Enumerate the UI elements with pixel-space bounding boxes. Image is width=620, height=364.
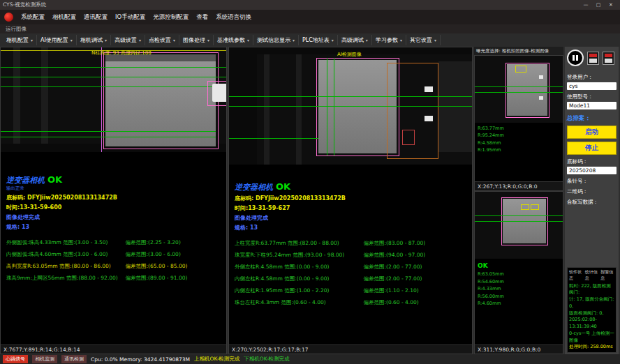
- minimize-button[interactable]: —: [580, 1, 592, 9]
- measure-range: 偏差范围:(2.25 - 3.20): [126, 239, 221, 246]
- login-user-value[interactable]: cys: [567, 82, 617, 90]
- measure-range: 偏差范围:(65.00 - 85.00): [126, 263, 221, 270]
- measure-line: R:4.60mm: [478, 300, 560, 307]
- menu-item-language-switch[interactable]: 系统语言切换: [216, 13, 251, 22]
- measurement-list: 上柱宽度R:63.77mm 范围:(82.00 - 88.00) 偏差范围:(8…: [235, 240, 466, 306]
- camera-snapshot-button-2[interactable]: [603, 52, 614, 65]
- stats-tab-status[interactable]: 软件状态: [569, 269, 583, 282]
- menu-item-light-config[interactable]: 光源控制配置: [153, 13, 189, 22]
- camera-icon: [605, 59, 612, 63]
- chevron-down-icon: ▾: [434, 38, 436, 43]
- chevron-down-icon: ▾: [105, 38, 107, 43]
- camera-view-left[interactable]: N柱高度: 93 高度内径:100: [1, 47, 226, 152]
- stop-button[interactable]: 停止: [567, 142, 617, 155]
- tab-test-info[interactable]: 测试信息显示▾: [253, 35, 299, 45]
- tab-label: 相机调试: [80, 36, 103, 44]
- barcode-label: 底标码：: [567, 158, 617, 165]
- camera-monitor-indicator: 相机监测: [32, 355, 57, 363]
- camera-view-right-bottom[interactable]: [475, 192, 563, 259]
- menu-item-camera-config[interactable]: 相机配置: [52, 13, 76, 22]
- machine-texture: [438, 61, 472, 152]
- menu-item-io-config[interactable]: IO手动配置: [115, 13, 145, 22]
- measure-line: R:95.24mm: [478, 132, 560, 139]
- roi-rectangle-pink-small: [207, 81, 226, 106]
- barcode-value[interactable]: 20250208: [567, 167, 617, 174]
- chevron-down-icon: ▾: [173, 38, 175, 43]
- tab-image-processing[interactable]: 图像处理▾: [179, 35, 214, 45]
- tab-advanced-debug[interactable]: 高级调试▾: [338, 35, 372, 45]
- measure-value: 内侧左柱R:1.95mm 范围:(1.00 - 2.20): [235, 287, 363, 294]
- close-button[interactable]: ✕: [605, 1, 617, 9]
- chevron-down-icon: ▾: [139, 38, 141, 43]
- highlight-spot: [425, 116, 433, 121]
- status-bar: 心跳信号 相机监测 通讯检测 Cpu: 0.0% Memory: 3424.41…: [0, 354, 620, 364]
- menu-item-view[interactable]: 查看: [196, 13, 208, 22]
- stats-line: 0-cys一号 上传检测一图像: [569, 331, 614, 344]
- camera-snapshot-button-1[interactable]: [587, 52, 599, 65]
- exposure-mode-label: 曝光度选择: 相机拍照图像-检测图像: [474, 47, 563, 55]
- measure-line: R:4.58mm: [478, 139, 560, 146]
- measure-line-green-vertical: [327, 58, 327, 156]
- measure-line: R:4.33mm: [478, 285, 560, 292]
- camera-panel-right-top: R:63.77mm R:95.24mm R:4.58mm R:1.95mm X:…: [474, 55, 563, 191]
- spec-text: 规格: 13: [6, 223, 221, 231]
- secondary-camera-column: 曝光度选择: 相机拍照图像-检测图像 R:63.77mm R:95.24mm R…: [474, 47, 563, 354]
- measure-line-green: [475, 215, 563, 216]
- camera-icon: [589, 54, 597, 57]
- tab-label: 点检设置: [149, 36, 171, 44]
- highlight-spot: [539, 96, 543, 100]
- measure-value: 珠高9mm:上网区56mm 范围:(88.00 - 92.00): [6, 275, 126, 282]
- camera-view-right-top[interactable]: [475, 56, 563, 123]
- measure-value: 外侧圆弧:珠高4.33mm 范围:(3.00 - 3.50): [6, 239, 126, 246]
- measure-line-green: [229, 106, 472, 107]
- ok-badge: OK: [47, 174, 62, 185]
- tab-other-settings[interactable]: 其它设置▾: [406, 35, 441, 45]
- roi-rectangle-yellow: [531, 204, 539, 210]
- menu-bar: 系统配置 相机配置 通讯配置 IO手动配置 光源控制配置 查看 系统语言切换: [0, 10, 620, 24]
- window-controls: — ▢ ✕: [580, 1, 617, 9]
- sidebar-buttons: [567, 50, 617, 66]
- result-lines-right-top: R:63.77mm R:95.24mm R:4.58mm R:1.95mm: [475, 123, 563, 181]
- stats-tab-alarm[interactable]: 报警信息: [600, 269, 614, 282]
- measure-line: R:54.60mm: [478, 278, 560, 285]
- window-title: CYS-视觉检测系统: [3, 1, 46, 8]
- model-value[interactable]: Mode11: [567, 102, 617, 109]
- menu-item-comm-config[interactable]: 通讯配置: [84, 13, 108, 22]
- tab-camera-config[interactable]: 相机配置▾: [3, 35, 37, 45]
- chevron-down-icon: ▾: [31, 38, 33, 43]
- maximize-button[interactable]: ▢: [592, 1, 605, 9]
- measure-line-green: [475, 92, 563, 93]
- spec-text: 规格: 13: [235, 224, 466, 232]
- measure-line-green-vertical: [334, 58, 334, 156]
- measure-line-green: [229, 138, 318, 139]
- tab-plc-address[interactable]: PLC地址表▾: [299, 35, 338, 45]
- tab-ai-config[interactable]: AI使用配置▾: [37, 35, 77, 45]
- measurement-list: 外侧圆弧:珠高4.33mm 范围:(3.00 - 3.50) 偏差范围:(2.2…: [6, 239, 221, 282]
- tab-spot-check[interactable]: 点检设置▾: [145, 35, 179, 45]
- measurement-row: 外侧左柱R:4.58mm 范围:(0.00 - 9.00) 偏差范围:(2.00…: [235, 264, 466, 271]
- run-image-label: 运行图像: [0, 24, 620, 33]
- roi-rectangle-yellow: [515, 66, 526, 73]
- measure-value: 上柱宽度R:63.77mm 范围:(82.00 - 88.00): [235, 240, 363, 247]
- tab-baseline-params[interactable]: 基准线参数▾: [214, 35, 253, 45]
- chevron-down-icon: ▾: [332, 38, 334, 43]
- menu-item-system-config[interactable]: 系统配置: [21, 13, 45, 22]
- stats-tab-statistics[interactable]: 统计信息: [585, 269, 599, 282]
- start-button[interactable]: 启动: [567, 126, 617, 139]
- time-text: 时间:13-31-59-600: [6, 204, 221, 211]
- camera-view-middle[interactable]: AI检测图像: [229, 47, 472, 165]
- measure-line: R:1.95mm: [478, 146, 560, 153]
- tab-learning-params[interactable]: 学习参数▾: [372, 35, 406, 45]
- tab-camera-debug[interactable]: 相机调试▾: [77, 35, 111, 45]
- camera-panel-right-bottom: OK R:63.05mm R:54.60mm R:4.33mm R:56.00m…: [474, 191, 563, 354]
- pause-button[interactable]: [567, 50, 584, 66]
- measure-line-green: [229, 96, 472, 97]
- tab-advanced-settings[interactable]: 高级设置▾: [111, 35, 145, 45]
- camera-subtitle: 输出正常: [6, 185, 221, 192]
- main-area: N柱高度: 93 高度内径:100 逆变器相机OK 输出正常 底标码: DFYJ…: [0, 47, 620, 354]
- roi-rectangle-pink: [505, 63, 549, 118]
- title-bar: CYS-视觉检测系统 — ▢ ✕: [0, 0, 620, 10]
- measure-line: R:63.77mm: [478, 125, 560, 132]
- measure-value: 珠台左柱R:4.3mm 范围:(0.60 - 4.00): [235, 299, 363, 306]
- overlay-measure-text: N柱高度: 93 高度内径:100: [91, 50, 152, 56]
